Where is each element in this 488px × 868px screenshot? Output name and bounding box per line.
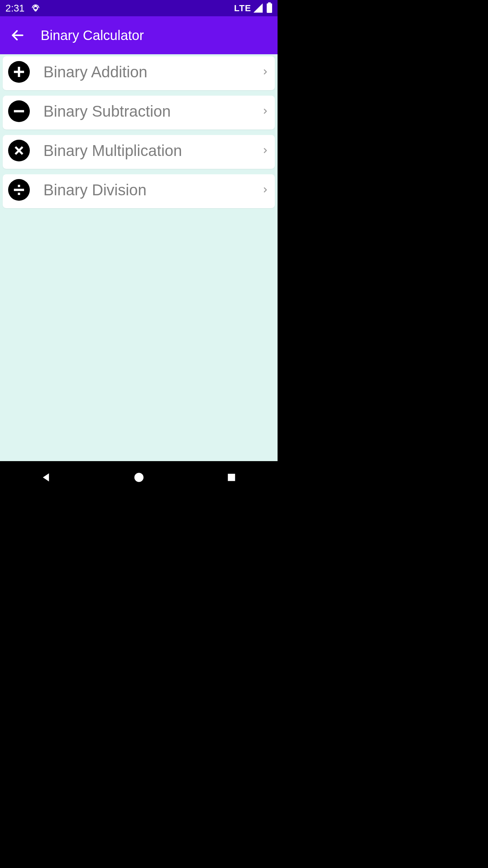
list-item-addition[interactable]: Binary Addition: [3, 56, 275, 90]
svg-rect-8: [14, 189, 24, 191]
nav-recent-button[interactable]: [211, 467, 252, 488]
svg-rect-5: [14, 110, 24, 113]
content-area: Binary Addition Binary Subtraction: [0, 54, 278, 461]
list-item-division[interactable]: Binary Division: [3, 174, 275, 208]
page-title: Binary Calculator: [41, 28, 144, 43]
list-item-label: Binary Subtraction: [43, 102, 261, 120]
status-right: LTE: [234, 3, 272, 14]
chevron-right-icon: [261, 107, 269, 115]
list-item-label: Binary Multiplication: [43, 141, 261, 160]
svg-rect-9: [18, 185, 20, 187]
svg-rect-1: [35, 5, 37, 6]
triangle-left-icon: [40, 471, 53, 484]
nav-back-button[interactable]: [26, 467, 67, 488]
status-bar: 2:31 LTE: [0, 0, 278, 16]
plus-icon: [8, 61, 30, 83]
circle-icon: [133, 471, 145, 484]
signal-icon: [253, 3, 263, 13]
status-time: 2:31: [5, 3, 24, 14]
svg-point-11: [134, 473, 143, 482]
minus-icon: [8, 100, 30, 122]
lte-label: LTE: [234, 3, 251, 14]
navigation-bar: [0, 461, 278, 494]
svg-rect-12: [228, 474, 235, 481]
list-item-label: Binary Division: [43, 181, 261, 199]
battery-icon: [267, 3, 272, 13]
nav-home-button[interactable]: [119, 467, 159, 488]
multiply-icon: [8, 140, 30, 161]
chevron-right-icon: [261, 68, 269, 76]
status-left: 2:31: [5, 3, 40, 14]
back-button[interactable]: [5, 23, 30, 47]
list-item-label: Binary Addition: [43, 63, 261, 81]
divide-icon: [8, 179, 30, 201]
chevron-right-icon: [261, 146, 269, 155]
sync-icon: [31, 4, 40, 13]
square-icon: [226, 472, 237, 483]
app-bar: Binary Calculator: [0, 16, 278, 54]
arrow-left-icon: [10, 28, 25, 43]
list-item-subtraction[interactable]: Binary Subtraction: [3, 96, 275, 130]
list-item-multiplication[interactable]: Binary Multiplication: [3, 135, 275, 169]
svg-rect-4: [14, 71, 24, 73]
svg-rect-10: [18, 193, 20, 195]
chevron-right-icon: [261, 186, 269, 194]
